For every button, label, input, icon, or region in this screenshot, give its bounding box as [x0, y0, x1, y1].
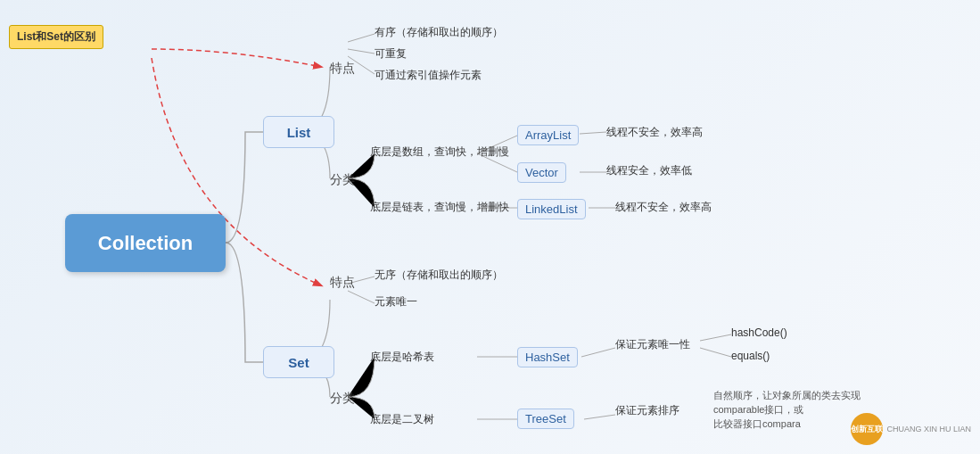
svg-line-1 — [348, 49, 375, 54]
list-category-header: 分类 — [330, 172, 355, 188]
svg-line-13 — [700, 334, 731, 341]
set-tree-desc: 底层是二叉树 — [370, 412, 434, 427]
list-box: List — [263, 116, 334, 148]
set-feature-item-2: 元素唯一 — [375, 294, 417, 310]
vector-box: Vector — [517, 162, 566, 183]
set-label: Set — [288, 355, 309, 370]
list-feature-item-3: 可通过索引值操作元素 — [375, 68, 482, 83]
list-label: List — [287, 125, 311, 140]
svg-line-12 — [581, 348, 615, 357]
watermark-sub-text: CHUANG XIN HU LIAN — [886, 424, 971, 435]
set-feature-item-1: 无序（存储和取出的顺序） — [375, 268, 503, 283]
set-category-header: 分类 — [330, 391, 355, 407]
list-feature-item-2: 可重复 — [375, 46, 407, 62]
diagram: List和Set的区别 Collection List Set 特点 有序（存储… — [0, 0, 980, 454]
collection-label: Collection — [98, 232, 193, 255]
svg-line-14 — [700, 348, 731, 357]
watermark: 创新互联 CHUANG XIN HU LIAN — [851, 413, 971, 445]
list-array-desc: 底层是数组，查询快，增删慢 — [370, 144, 509, 160]
set-hash-desc: 底层是哈希表 — [370, 350, 434, 365]
set-feature-header: 特点 — [330, 275, 355, 291]
vector-desc: 线程安全，效率低 — [606, 163, 692, 178]
equals-method: equals() — [731, 350, 770, 362]
watermark-circle: 创新互联 — [851, 413, 883, 445]
linkedlist-box: LinkedList — [517, 199, 586, 219]
list-feature-header: 特点 — [330, 61, 355, 77]
linkedlist-desc: 线程不安全，效率高 — [615, 200, 712, 215]
svg-line-5 — [580, 132, 606, 134]
watermark-subtext: CHUANG XIN HU LIAN — [886, 424, 971, 435]
collection-box: Collection — [65, 214, 226, 272]
treeset-desc2-1: 自然顺序，让对象所属的类去实现 — [713, 389, 861, 402]
svg-line-16 — [584, 415, 615, 419]
arraylist-desc: 线程不安全，效率高 — [606, 125, 703, 140]
treeset-box: TreeSet — [517, 409, 574, 429]
treeset-desc2-2: comparable接口，或 — [713, 403, 803, 417]
hashcode-method: hashCode() — [731, 326, 787, 339]
diff-label: List和Set的区别 — [9, 25, 103, 49]
list-linked-desc: 底层是链表，查询慢，增删快 — [370, 200, 509, 215]
hashset-desc: 保证元素唯一性 — [615, 337, 690, 352]
arraylist-box: ArrayList — [517, 125, 579, 145]
list-feature-item-1: 有序（存储和取出的顺序） — [375, 25, 503, 40]
set-box: Set — [263, 346, 334, 378]
svg-line-0 — [348, 34, 375, 42]
treeset-desc: 保证元素排序 — [615, 403, 679, 418]
svg-line-10 — [348, 291, 375, 303]
treeset-desc2-3: 比较器接口compara — [713, 417, 801, 431]
watermark-circle-text: 创新互联 — [851, 425, 883, 434]
hashset-box: HashSet — [517, 347, 578, 367]
